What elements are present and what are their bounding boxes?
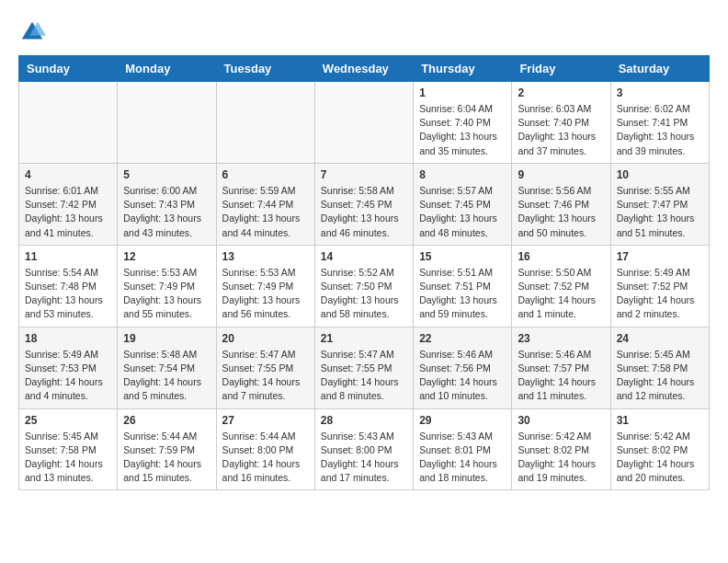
- logo-icon: [18, 18, 46, 46]
- calendar-table: SundayMondayTuesdayWednesdayThursdayFrid…: [18, 55, 710, 490]
- calendar-day-cell: 17Sunrise: 5:49 AMSunset: 7:52 PMDayligh…: [610, 245, 709, 327]
- calendar-day-cell: [118, 82, 216, 164]
- calendar-day-cell: 15Sunrise: 5:51 AMSunset: 7:51 PMDayligh…: [414, 245, 512, 327]
- calendar-week-row: 11Sunrise: 5:54 AMSunset: 7:48 PMDayligh…: [19, 245, 710, 327]
- calendar-day-cell: 10Sunrise: 5:55 AMSunset: 7:47 PMDayligh…: [610, 163, 709, 245]
- calendar-day-cell: 27Sunrise: 5:44 AMSunset: 8:00 PMDayligh…: [216, 408, 314, 490]
- day-number: 29: [419, 414, 506, 427]
- day-info: Sunrise: 6:01 AMSunset: 7:42 PMDaylight:…: [25, 184, 111, 240]
- day-info: Sunrise: 5:45 AMSunset: 7:58 PMDaylight:…: [25, 430, 111, 486]
- calendar-day-cell: 6Sunrise: 5:59 AMSunset: 7:44 PMDaylight…: [216, 163, 314, 245]
- calendar-day-cell: 5Sunrise: 6:00 AMSunset: 7:43 PMDaylight…: [118, 163, 216, 245]
- day-number: 25: [25, 414, 111, 427]
- day-of-week-header: Thursday: [414, 56, 512, 82]
- day-info: Sunrise: 5:47 AMSunset: 7:55 PMDaylight:…: [321, 348, 407, 404]
- day-number: 11: [25, 250, 111, 263]
- calendar-day-cell: 9Sunrise: 5:56 AMSunset: 7:46 PMDaylight…: [512, 163, 610, 245]
- day-number: 8: [419, 168, 506, 181]
- day-info: Sunrise: 5:50 AMSunset: 7:52 PMDaylight:…: [518, 266, 604, 322]
- day-info: Sunrise: 5:55 AMSunset: 7:47 PMDaylight:…: [617, 184, 703, 240]
- day-number: 9: [518, 168, 604, 181]
- calendar-day-cell: [19, 82, 118, 164]
- page-header: [18, 18, 710, 46]
- calendar-week-row: 18Sunrise: 5:49 AMSunset: 7:53 PMDayligh…: [19, 327, 710, 408]
- day-of-week-header: Friday: [512, 56, 610, 82]
- calendar-day-cell: 25Sunrise: 5:45 AMSunset: 7:58 PMDayligh…: [19, 408, 118, 490]
- day-info: Sunrise: 6:04 AMSunset: 7:40 PMDaylight:…: [419, 102, 506, 158]
- day-number: 4: [25, 168, 111, 181]
- calendar-day-cell: 2Sunrise: 6:03 AMSunset: 7:40 PMDaylight…: [512, 82, 610, 164]
- day-info: Sunrise: 5:51 AMSunset: 7:51 PMDaylight:…: [419, 266, 506, 322]
- day-number: 13: [222, 250, 309, 263]
- day-info: Sunrise: 5:44 AMSunset: 7:59 PMDaylight:…: [123, 430, 210, 486]
- day-info: Sunrise: 5:43 AMSunset: 8:00 PMDaylight:…: [321, 430, 407, 486]
- day-info: Sunrise: 5:57 AMSunset: 7:45 PMDaylight:…: [419, 184, 506, 240]
- calendar-day-cell: 13Sunrise: 5:53 AMSunset: 7:49 PMDayligh…: [216, 245, 314, 327]
- calendar-day-cell: 7Sunrise: 5:58 AMSunset: 7:45 PMDaylight…: [314, 163, 413, 245]
- day-info: Sunrise: 6:03 AMSunset: 7:40 PMDaylight:…: [518, 102, 604, 158]
- calendar-day-cell: 1Sunrise: 6:04 AMSunset: 7:40 PMDaylight…: [414, 82, 512, 164]
- calendar-day-cell: 23Sunrise: 5:46 AMSunset: 7:57 PMDayligh…: [512, 327, 610, 408]
- day-number: 18: [25, 332, 111, 345]
- day-number: 22: [419, 332, 506, 345]
- day-info: Sunrise: 5:45 AMSunset: 7:58 PMDaylight:…: [617, 348, 703, 404]
- day-of-week-header: Monday: [118, 56, 216, 82]
- day-number: 3: [617, 86, 703, 99]
- calendar-day-cell: [314, 82, 413, 164]
- day-info: Sunrise: 5:49 AMSunset: 7:52 PMDaylight:…: [617, 266, 703, 322]
- day-number: 12: [123, 250, 210, 263]
- day-info: Sunrise: 5:42 AMSunset: 8:02 PMDaylight:…: [617, 430, 703, 486]
- calendar-week-row: 4Sunrise: 6:01 AMSunset: 7:42 PMDaylight…: [19, 163, 710, 245]
- day-number: 21: [321, 332, 407, 345]
- calendar-day-cell: 22Sunrise: 5:46 AMSunset: 7:56 PMDayligh…: [414, 327, 512, 408]
- calendar-day-cell: [216, 82, 314, 164]
- day-number: 31: [617, 414, 703, 427]
- day-info: Sunrise: 5:48 AMSunset: 7:54 PMDaylight:…: [123, 348, 210, 404]
- day-number: 27: [222, 414, 309, 427]
- day-info: Sunrise: 5:59 AMSunset: 7:44 PMDaylight:…: [222, 184, 309, 240]
- day-info: Sunrise: 5:46 AMSunset: 7:57 PMDaylight:…: [518, 348, 604, 404]
- day-number: 10: [617, 168, 703, 181]
- day-of-week-header: Tuesday: [216, 56, 314, 82]
- day-of-week-header: Sunday: [19, 56, 118, 82]
- day-info: Sunrise: 5:54 AMSunset: 7:48 PMDaylight:…: [25, 266, 111, 322]
- calendar-day-cell: 12Sunrise: 5:53 AMSunset: 7:49 PMDayligh…: [118, 245, 216, 327]
- day-number: 20: [222, 332, 309, 345]
- day-info: Sunrise: 5:42 AMSunset: 8:02 PMDaylight:…: [518, 430, 604, 486]
- calendar-day-cell: 28Sunrise: 5:43 AMSunset: 8:00 PMDayligh…: [314, 408, 413, 490]
- calendar-day-cell: 30Sunrise: 5:42 AMSunset: 8:02 PMDayligh…: [512, 408, 610, 490]
- day-number: 1: [419, 86, 506, 99]
- calendar-day-cell: 31Sunrise: 5:42 AMSunset: 8:02 PMDayligh…: [610, 408, 709, 490]
- calendar-day-cell: 3Sunrise: 6:02 AMSunset: 7:41 PMDaylight…: [610, 82, 709, 164]
- day-number: 24: [617, 332, 703, 345]
- day-info: Sunrise: 5:53 AMSunset: 7:49 PMDaylight:…: [123, 266, 210, 322]
- calendar-day-cell: 26Sunrise: 5:44 AMSunset: 7:59 PMDayligh…: [118, 408, 216, 490]
- calendar-day-cell: 29Sunrise: 5:43 AMSunset: 8:01 PMDayligh…: [414, 408, 512, 490]
- day-info: Sunrise: 5:44 AMSunset: 8:00 PMDaylight:…: [222, 430, 309, 486]
- day-number: 30: [518, 414, 604, 427]
- day-info: Sunrise: 5:49 AMSunset: 7:53 PMDaylight:…: [25, 348, 111, 404]
- calendar-week-row: 1Sunrise: 6:04 AMSunset: 7:40 PMDaylight…: [19, 82, 710, 164]
- calendar-day-cell: 20Sunrise: 5:47 AMSunset: 7:55 PMDayligh…: [216, 327, 314, 408]
- calendar-week-row: 25Sunrise: 5:45 AMSunset: 7:58 PMDayligh…: [19, 408, 710, 490]
- day-info: Sunrise: 5:58 AMSunset: 7:45 PMDaylight:…: [321, 184, 407, 240]
- day-number: 6: [222, 168, 309, 181]
- calendar-day-cell: 21Sunrise: 5:47 AMSunset: 7:55 PMDayligh…: [314, 327, 413, 408]
- calendar-day-cell: 11Sunrise: 5:54 AMSunset: 7:48 PMDayligh…: [19, 245, 118, 327]
- calendar-day-cell: 14Sunrise: 5:52 AMSunset: 7:50 PMDayligh…: [314, 245, 413, 327]
- day-number: 2: [518, 86, 604, 99]
- day-number: 16: [518, 250, 604, 263]
- day-info: Sunrise: 5:52 AMSunset: 7:50 PMDaylight:…: [321, 266, 407, 322]
- day-info: Sunrise: 6:02 AMSunset: 7:41 PMDaylight:…: [617, 102, 703, 158]
- calendar-day-cell: 8Sunrise: 5:57 AMSunset: 7:45 PMDaylight…: [414, 163, 512, 245]
- calendar-day-cell: 24Sunrise: 5:45 AMSunset: 7:58 PMDayligh…: [610, 327, 709, 408]
- calendar-header-row: SundayMondayTuesdayWednesdayThursdayFrid…: [19, 56, 710, 82]
- calendar-day-cell: 19Sunrise: 5:48 AMSunset: 7:54 PMDayligh…: [118, 327, 216, 408]
- day-info: Sunrise: 5:46 AMSunset: 7:56 PMDaylight:…: [419, 348, 506, 404]
- calendar-day-cell: 4Sunrise: 6:01 AMSunset: 7:42 PMDaylight…: [19, 163, 118, 245]
- day-number: 23: [518, 332, 604, 345]
- day-info: Sunrise: 5:47 AMSunset: 7:55 PMDaylight:…: [222, 348, 309, 404]
- day-number: 15: [419, 250, 506, 263]
- day-info: Sunrise: 5:56 AMSunset: 7:46 PMDaylight:…: [518, 184, 604, 240]
- day-of-week-header: Saturday: [610, 56, 709, 82]
